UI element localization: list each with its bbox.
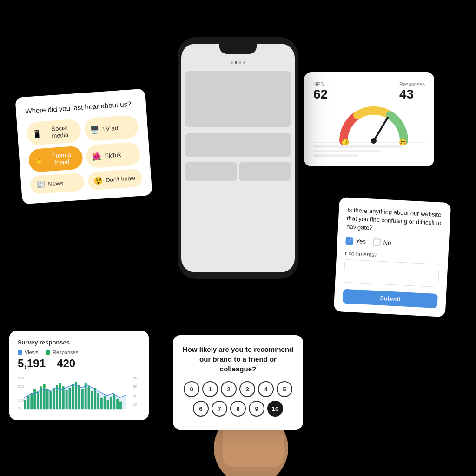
feedback-options: ✓ Yes No (345, 237, 441, 249)
friend-icon: 🤚 (34, 156, 44, 165)
nps-8[interactable]: 8 (230, 401, 246, 416)
option-social-media[interactable]: 📱 Social media (26, 119, 81, 145)
nps-9[interactable]: 9 (249, 401, 264, 416)
dot-3 (239, 61, 241, 64)
phone-wrapper (178, 37, 298, 279)
legend-responses: Responses (46, 350, 78, 355)
social-media-icon: 📱 (32, 129, 42, 138)
nps-4[interactable]: 4 (258, 381, 274, 397)
option-tiktok-label: TikTok (104, 151, 121, 159)
responses-value: 420 (57, 357, 75, 370)
responses-stat: Responses 43 (399, 81, 425, 102)
svg-line-0 (374, 118, 388, 141)
submit-button[interactable]: Submit (343, 289, 438, 308)
nps-5[interactable]: 5 (277, 381, 292, 397)
responses-stat: 420 (57, 357, 75, 370)
nps-header: NPS 62 Responses 43 (313, 81, 425, 102)
option-social-media-label: Social media (44, 124, 76, 140)
dont-know-icon: 😵 (93, 176, 103, 185)
views-dot (18, 350, 22, 355)
svg-text:40: 40 (133, 376, 137, 380)
chart-area: 400 200 100 0 40 30 20 10 (18, 375, 140, 412)
no-checkbox[interactable] (373, 238, 381, 246)
nps-lines (313, 145, 425, 157)
option-news[interactable]: 📰 News (30, 172, 85, 194)
yes-label: Yes (356, 238, 366, 245)
views-stat: 5,191 (18, 357, 46, 370)
nps-survey-question: How likely are you to recommend our bran… (182, 344, 294, 374)
source-card: Where did you last hear about us? 📱 Soci… (15, 89, 152, 205)
nps-survey-card: How likely are you to recommend our bran… (173, 335, 303, 430)
option-tv-ad-label: TV ad (102, 124, 119, 132)
analytics-stats: 5,191 420 (18, 357, 140, 370)
responses-dot (46, 350, 50, 355)
svg-text:400: 400 (18, 376, 24, 380)
nps-stat: NPS 62 (313, 81, 328, 102)
phone-screen (181, 44, 295, 272)
fb-no-option: No (373, 238, 391, 246)
responses-value: 43 (399, 87, 425, 102)
nps-0[interactable]: 0 (184, 381, 199, 397)
comments-textarea[interactable] (344, 259, 439, 287)
analytics-chart: 400 200 100 0 40 30 20 10 (18, 375, 140, 412)
news-icon: 📰 (36, 180, 46, 189)
nps-1[interactable]: 1 (202, 381, 218, 397)
nps-row-2: 6 7 8 9 10 (182, 401, 294, 416)
gauge-container: 😟 😊 (337, 104, 402, 139)
nps-6[interactable]: 6 (193, 401, 209, 416)
tiktok-icon: 🌺 (92, 152, 101, 161)
svg-text:😟: 😟 (341, 139, 350, 145)
dot-1 (231, 61, 233, 64)
phone-mini-2 (239, 162, 291, 181)
option-from-friend[interactable]: 🤚 From a friend (28, 145, 83, 172)
phone (178, 37, 298, 279)
no-label: No (383, 239, 391, 246)
nps-gauge-card: NPS 62 Responses 43 😟 😊 (304, 72, 434, 166)
nps-label: NPS (313, 81, 328, 87)
option-dont-know-label: Don't know (106, 174, 136, 183)
responses-legend-label: Responses (53, 350, 78, 355)
option-dont-know[interactable]: 😵 Don't know (87, 168, 142, 190)
nps-7[interactable]: 7 (212, 401, 227, 416)
nps-row-1: 0 1 2 3 4 5 (182, 381, 294, 397)
responses-label: Responses (399, 81, 425, 87)
nps-line-3 (313, 154, 358, 157)
svg-text:10: 10 (133, 403, 137, 407)
nps-10[interactable]: 10 (267, 401, 283, 416)
svg-point-1 (371, 138, 377, 144)
option-tv-ad[interactable]: 🖥️ TV ad (84, 115, 139, 142)
analytics-legend: Views Responses (18, 350, 140, 355)
option-tiktok[interactable]: 🌺 TikTok (86, 142, 141, 169)
analytics-card: Survey responses Views Responses 5,191 4… (9, 331, 149, 420)
source-options: 📱 Social media 🖥️ TV ad 🤚 From a friend … (26, 115, 142, 194)
nps-value: 62 (313, 87, 328, 102)
legend-views: Views (18, 350, 38, 355)
svg-text:20: 20 (133, 394, 137, 398)
option-news-label: News (48, 179, 63, 187)
phone-mini-1 (185, 162, 237, 181)
phone-mini-blocks (185, 162, 291, 181)
option-from-friend-label: From a friend (46, 151, 78, 167)
nps-line-2 (313, 150, 380, 152)
gauge-svg: 😟 😊 (337, 104, 411, 145)
fb-yes-option: ✓ Yes (345, 237, 366, 245)
phone-notch (219, 44, 257, 54)
svg-text:100: 100 (18, 398, 24, 403)
nps-3[interactable]: 3 (239, 381, 255, 397)
source-question: Where did you last hear about us? (25, 99, 137, 116)
feedback-card: Is there anything about our website that… (334, 197, 451, 317)
analytics-title: Survey responses (18, 339, 140, 346)
svg-text:200: 200 (18, 384, 24, 389)
comments-label: r comments? (345, 250, 440, 261)
phone-dots (181, 58, 295, 67)
views-value: 5,191 (18, 357, 46, 370)
dot-4 (243, 61, 245, 64)
views-legend-label: Views (25, 350, 38, 355)
phone-screen-content (181, 44, 295, 272)
nps-2[interactable]: 2 (221, 381, 237, 397)
yes-checkbox[interactable]: ✓ (345, 237, 353, 245)
phone-content-block-2 (185, 133, 291, 157)
svg-text:0: 0 (18, 406, 20, 410)
phone-content-block (185, 71, 291, 127)
svg-text:30: 30 (133, 384, 137, 389)
